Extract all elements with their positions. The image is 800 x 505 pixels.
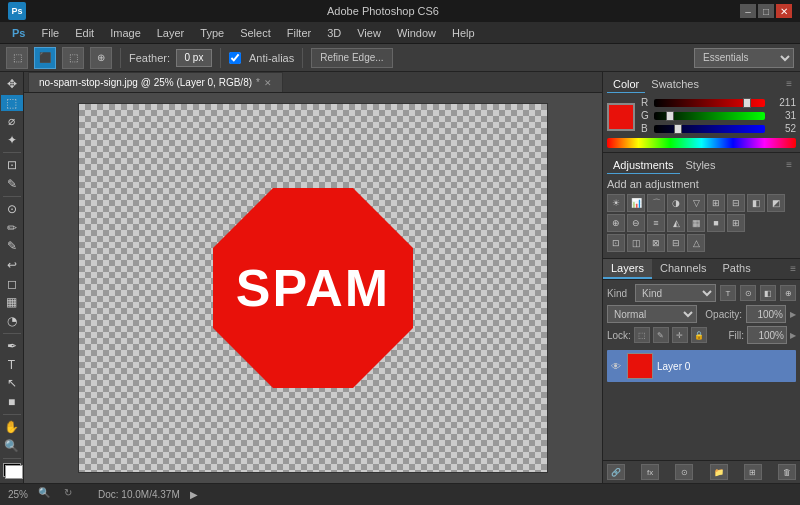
adj-threshold[interactable]: ◭ — [667, 214, 685, 232]
menu-window[interactable]: Window — [389, 25, 444, 41]
new-layer-btn[interactable]: ⊞ — [744, 464, 762, 480]
panel-options-icon[interactable]: ≡ — [782, 76, 796, 93]
adj-hsl[interactable]: ⊞ — [707, 194, 725, 212]
refine-edge-button[interactable]: Refine Edge... — [311, 48, 392, 68]
adj-extra4[interactable]: ⊟ — [667, 234, 685, 252]
dodge-tool[interactable]: ◔ — [1, 312, 23, 329]
lasso-tool[interactable]: ⌀ — [1, 113, 23, 130]
eraser-tool[interactable]: ◻ — [1, 275, 23, 292]
g-slider-track[interactable] — [654, 112, 765, 120]
new-group-btn[interactable]: 📁 — [710, 464, 728, 480]
adj-colorbal[interactable]: ⊟ — [727, 194, 745, 212]
minimize-button[interactable]: – — [740, 4, 756, 18]
tab-layers[interactable]: Layers — [603, 259, 652, 279]
b-slider-track[interactable] — [654, 125, 765, 133]
menu-help[interactable]: Help — [444, 25, 483, 41]
background-color[interactable] — [5, 465, 23, 479]
lock-position[interactable]: ✛ — [672, 327, 688, 343]
clone-tool[interactable]: ✎ — [1, 238, 23, 255]
shape-tool[interactable]: ■ — [1, 394, 23, 411]
adj-channel[interactable]: ⊕ — [607, 214, 625, 232]
menu-ps[interactable]: Ps — [4, 25, 33, 41]
fill-chevron[interactable]: ▶ — [790, 331, 796, 340]
move-tool[interactable]: ✥ — [1, 76, 23, 93]
menu-view[interactable]: View — [349, 25, 389, 41]
hand-tool[interactable]: ✋ — [1, 419, 23, 436]
adj-vibrance[interactable]: ▽ — [687, 194, 705, 212]
adj-pattern[interactable]: ⊞ — [727, 214, 745, 232]
crop-tool[interactable]: ⊡ — [1, 157, 23, 174]
tab-color[interactable]: Color — [607, 76, 645, 93]
add-mask-btn[interactable]: ⊙ — [675, 464, 693, 480]
menu-layer[interactable]: Layer — [149, 25, 193, 41]
adj-curves[interactable]: ⌒ — [647, 194, 665, 212]
pen-tool[interactable]: ✒ — [1, 338, 23, 355]
document-tab[interactable]: no-spam-stop-sign.jpg @ 25% (Layer 0, RG… — [28, 72, 283, 92]
menu-filter[interactable]: Filter — [279, 25, 319, 41]
kind-icon1[interactable]: T — [720, 285, 736, 301]
menu-edit[interactable]: Edit — [67, 25, 102, 41]
spectrum-bar[interactable] — [607, 138, 796, 148]
fill-input[interactable] — [747, 326, 787, 344]
menu-image[interactable]: Image — [102, 25, 149, 41]
tool-options-icon1[interactable]: ⬚ — [6, 47, 28, 69]
layer-item-0[interactable]: 👁 Layer 0 — [607, 350, 796, 382]
layer-eye-icon[interactable]: 👁 — [611, 361, 621, 372]
tab-adjustments[interactable]: Adjustments — [607, 157, 680, 174]
layers-options-icon[interactable]: ≡ — [786, 259, 800, 279]
b-thumb[interactable] — [674, 124, 682, 134]
adj-posterize[interactable]: ≡ — [647, 214, 665, 232]
adj-extra3[interactable]: ⊠ — [647, 234, 665, 252]
adj-photo[interactable]: ◩ — [767, 194, 785, 212]
kind-icon4[interactable]: ⊕ — [780, 285, 796, 301]
doc-info-arrow[interactable]: ▶ — [190, 489, 198, 500]
path-select-tool[interactable]: ↖ — [1, 375, 23, 392]
adj-brightness[interactable]: ☀ — [607, 194, 625, 212]
link-layers-btn[interactable]: 🔗 — [607, 464, 625, 480]
r-thumb[interactable] — [743, 98, 751, 108]
history-tool[interactable]: ↩ — [1, 257, 23, 274]
adj-exposure[interactable]: ◑ — [667, 194, 685, 212]
brush-tool[interactable]: ✏ — [1, 220, 23, 237]
adj-extra5[interactable]: △ — [687, 234, 705, 252]
adj-extra1[interactable]: ⊡ — [607, 234, 625, 252]
opacity-input[interactable] — [746, 305, 786, 323]
g-thumb[interactable] — [666, 111, 674, 121]
menu-3d[interactable]: 3D — [319, 25, 349, 41]
tool-options-icon4[interactable]: ⊕ — [90, 47, 112, 69]
lock-transparency[interactable]: ⬚ — [634, 327, 650, 343]
lock-all[interactable]: 🔒 — [691, 327, 707, 343]
adj-gradient[interactable]: ▦ — [687, 214, 705, 232]
delete-layer-btn[interactable]: 🗑 — [778, 464, 796, 480]
tab-styles[interactable]: Styles — [680, 157, 722, 174]
lock-image[interactable]: ✎ — [653, 327, 669, 343]
kind-icon3[interactable]: ◧ — [760, 285, 776, 301]
adj-invert[interactable]: ⊖ — [627, 214, 645, 232]
blend-mode-select[interactable]: Normal Multiply Screen — [607, 305, 697, 323]
zoom-tool[interactable]: 🔍 — [1, 437, 23, 454]
tab-swatches[interactable]: Swatches — [645, 76, 705, 93]
adj-options-icon[interactable]: ≡ — [782, 157, 796, 174]
menu-type[interactable]: Type — [192, 25, 232, 41]
eyedropper-tool[interactable]: ✎ — [1, 176, 23, 193]
tab-close-icon[interactable]: ✕ — [264, 78, 272, 88]
spot-heal-tool[interactable]: ⊙ — [1, 201, 23, 218]
tool-options-icon2[interactable]: ⬛ — [34, 47, 56, 69]
color-swatch[interactable] — [607, 103, 635, 131]
maximize-button[interactable]: □ — [758, 4, 774, 18]
close-button[interactable]: ✕ — [776, 4, 792, 18]
adj-bw[interactable]: ◧ — [747, 194, 765, 212]
antialias-checkbox[interactable] — [229, 52, 241, 64]
opacity-chevron[interactable]: ▶ — [790, 310, 796, 319]
menu-file[interactable]: File — [33, 25, 67, 41]
magic-wand-tool[interactable]: ✦ — [1, 132, 23, 149]
text-tool[interactable]: T — [1, 356, 23, 373]
feather-input[interactable] — [176, 49, 212, 67]
tab-channels[interactable]: Channels — [652, 259, 714, 279]
menu-select[interactable]: Select — [232, 25, 279, 41]
adj-solid[interactable]: ■ — [707, 214, 725, 232]
kind-select[interactable]: Kind — [635, 284, 716, 302]
add-style-btn[interactable]: fx — [641, 464, 659, 480]
adj-extra2[interactable]: ◫ — [627, 234, 645, 252]
marquee-tool[interactable]: ⬚ — [1, 95, 23, 112]
